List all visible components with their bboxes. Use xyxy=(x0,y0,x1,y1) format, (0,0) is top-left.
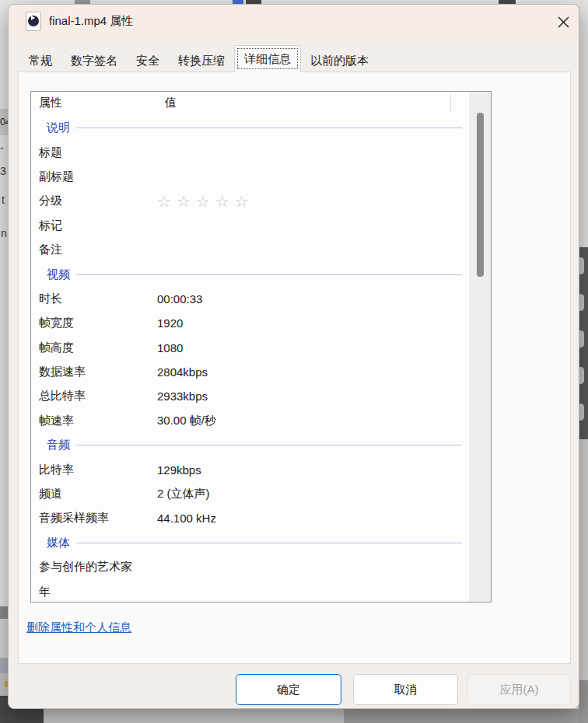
titlebar[interactable]: final-1.mp4 属性 xyxy=(9,5,579,39)
section-header-row: 说明 xyxy=(31,116,469,140)
section-header-row: 视频 xyxy=(31,262,469,286)
property-value[interactable]: 1080 xyxy=(157,341,469,355)
property-row[interactable]: 音频采样频率 44.100 kHz xyxy=(31,506,469,530)
ok-button[interactable]: 确定 xyxy=(236,674,341,705)
property-label: 参与创作的艺术家 xyxy=(31,560,157,575)
close-icon[interactable] xyxy=(552,11,574,33)
property-label: 标记 xyxy=(31,218,157,233)
property-label: 年 xyxy=(31,585,157,599)
column-divider xyxy=(450,94,451,112)
property-row[interactable]: 数据速率 2804kbps xyxy=(31,360,469,384)
section-divider-line xyxy=(76,543,462,543)
bg-filelist-fragment: 3 xyxy=(0,165,8,179)
property-label: 比特率 xyxy=(31,463,157,477)
section-label: 视频 xyxy=(31,267,70,282)
tab-digital-signatures[interactable]: 数字签名 xyxy=(61,49,127,72)
properties-list: 属性 值 说明 标题 副标题 分级 ☆☆☆☆☆ 标记 备注 视频 时长 00:0… xyxy=(30,91,492,602)
section-label: 音频 xyxy=(31,438,70,452)
property-row[interactable]: 年 xyxy=(31,579,469,603)
property-value[interactable]: 1920 xyxy=(157,316,469,330)
section-header-row: 媒体 xyxy=(31,531,469,555)
bg-filmstrip-thumbnail xyxy=(579,247,588,439)
cancel-button[interactable]: 取消 xyxy=(353,674,458,705)
property-label: 帧宽度 xyxy=(31,316,157,330)
list-header: 属性 值 xyxy=(31,92,491,114)
property-label: 频道 xyxy=(31,487,157,501)
section-label: 媒体 xyxy=(31,536,70,550)
bg-band xyxy=(44,709,344,723)
property-value[interactable]: 2 (立体声) xyxy=(157,487,469,501)
properties-dialog: final-1.mp4 属性 常规 数字签名 安全 转换压缩 详细信息 以前的版… xyxy=(8,4,579,709)
tab-general[interactable]: 常规 xyxy=(19,49,61,72)
property-row[interactable]: 时长 00:00:33 xyxy=(31,287,469,311)
property-row[interactable]: 副标题 xyxy=(31,165,469,189)
window-title: final-1.mp4 属性 xyxy=(49,14,133,29)
details-rows: 说明 标题 副标题 分级 ☆☆☆☆☆ 标记 备注 视频 时长 00:00:33 … xyxy=(31,114,469,604)
property-label: 帧速率 xyxy=(31,414,157,428)
section-header-row: 音频 xyxy=(31,433,469,457)
section-divider-line xyxy=(76,445,462,445)
property-label: 分级 xyxy=(31,194,157,208)
property-row[interactable]: 参与创作的艺术家 xyxy=(31,555,469,579)
scrollbar-track[interactable] xyxy=(469,92,491,602)
bg-filelist-fragment: - xyxy=(0,141,8,155)
rating-row[interactable]: 分级 ☆☆☆☆☆ xyxy=(31,189,469,213)
tab-convert-compress[interactable]: 转换压缩 xyxy=(169,49,234,72)
property-label: 副标题 xyxy=(31,169,157,184)
section-divider-line xyxy=(76,274,462,275)
property-value[interactable]: 129kbps xyxy=(157,463,469,477)
tab-details[interactable]: 详细信息 xyxy=(234,45,301,72)
bg-band xyxy=(579,0,588,247)
video-file-icon xyxy=(26,12,41,31)
property-row[interactable]: 帧高度 1080 xyxy=(31,336,469,360)
tab-security[interactable]: 安全 xyxy=(127,49,169,72)
property-label: 备注 xyxy=(31,243,157,257)
property-label: 帧高度 xyxy=(31,341,157,355)
property-row[interactable]: 比特率 129kbps xyxy=(31,457,469,481)
scrollbar-thumb[interactable] xyxy=(477,113,484,277)
details-tab-page: 属性 值 说明 标题 副标题 分级 ☆☆☆☆☆ 标记 备注 视频 时长 00:0… xyxy=(18,72,571,664)
property-row[interactable]: 帧速率 30.00 帧/秒 xyxy=(31,409,469,433)
bg-filelist-fragment: n xyxy=(1,227,8,241)
property-value[interactable]: 30.00 帧/秒 xyxy=(157,414,469,428)
property-row[interactable]: 标题 xyxy=(31,140,469,164)
property-row[interactable]: 总比特率 2933kbps xyxy=(31,384,469,408)
bg-band xyxy=(344,709,588,723)
property-row[interactable]: 标记 xyxy=(31,214,469,238)
tab-previous-versions[interactable]: 以前的版本 xyxy=(301,49,378,72)
property-label: 音频采样频率 xyxy=(31,511,157,526)
property-value[interactable]: 2933kbps xyxy=(157,389,469,403)
property-row[interactable]: 帧宽度 1920 xyxy=(31,311,469,335)
remove-properties-link[interactable]: 删除属性和个人信息 xyxy=(26,620,131,635)
column-header-value[interactable]: 值 xyxy=(165,96,177,110)
section-label: 说明 xyxy=(31,120,70,135)
property-label: 标题 xyxy=(31,145,157,160)
property-value[interactable]: 44.100 kHz xyxy=(157,512,469,525)
star-outline-icon[interactable]: ☆☆☆☆☆ xyxy=(157,194,469,209)
apply-button: 应用(A) xyxy=(467,674,571,705)
bg-band xyxy=(579,439,588,680)
property-value[interactable]: 00:00:33 xyxy=(157,292,469,306)
property-label: 数据速率 xyxy=(31,365,157,379)
property-value[interactable]: 2804kbps xyxy=(157,365,469,379)
property-row[interactable]: 频道 2 (立体声) xyxy=(31,482,469,506)
tab-strip: 常规 数字签名 安全 转换压缩 详细信息 以前的版本 xyxy=(19,45,378,72)
bg-band xyxy=(579,680,588,723)
property-label: 时长 xyxy=(31,292,157,306)
property-row[interactable]: 备注 xyxy=(31,238,469,262)
section-divider-line xyxy=(76,127,462,128)
property-label: 总比特率 xyxy=(31,389,157,403)
column-header-property[interactable]: 属性 xyxy=(39,96,62,110)
